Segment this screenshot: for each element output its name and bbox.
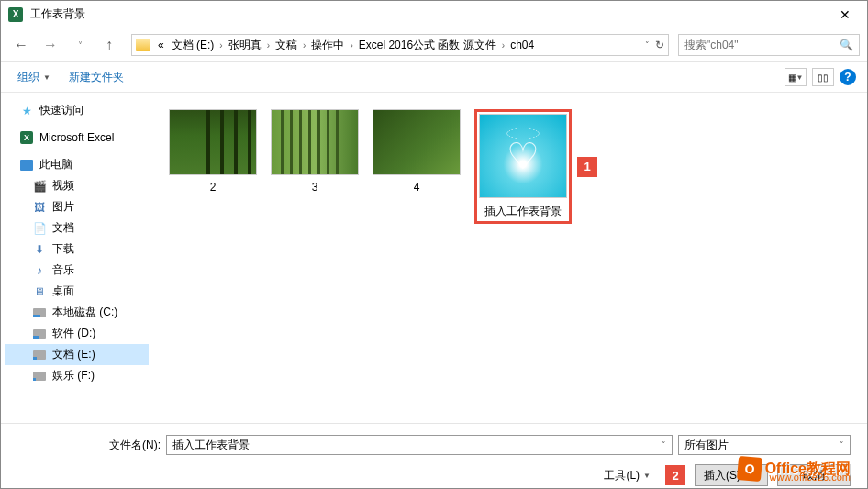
toolbar: 组织 ▼ 新建文件夹 ▦ ▼ ▯▯ ? [1,61,867,93]
annotation-badge-2: 2 [665,465,685,485]
chevron-right-icon: › [348,40,354,50]
thumbnail-image [271,109,359,175]
sidebar-videos[interactable]: 🎬 视频 [5,175,149,196]
navbar: ← → ˅ ↑ « 文档 (E:) › 张明真 › 文稿 › 操作中 › Exc… [1,28,867,61]
view-mode-button[interactable]: ▦ ▼ [785,68,807,86]
nav-forward-button[interactable]: → [38,34,63,56]
tools-menu[interactable]: 工具(L) ▼ [604,468,651,483]
breadcrumb-item[interactable]: 张明真 [225,38,265,53]
nav-back-button[interactable]: ← [8,34,34,56]
pc-icon [20,160,33,171]
file-name: 2 [210,181,217,194]
sidebar-label: 音乐 [52,262,74,278]
breadcrumb-item[interactable]: Excel 2016公式 函数 源文件 [355,38,500,53]
file-item[interactable]: 3 [271,109,359,194]
sidebar-music[interactable]: ♪ 音乐 [5,260,149,281]
sidebar-label: 文档 (E:) [52,347,95,362]
insert-button[interactable]: 插入(S) ▼ [695,464,768,486]
refresh-button[interactable]: ↻ [655,39,664,51]
music-icon: ♪ [32,264,47,277]
organize-menu[interactable]: 组织 ▼ [12,66,56,89]
file-name: 插入工作表背景 [484,204,562,219]
search-box[interactable]: 🔍 [678,34,860,56]
sidebar-downloads[interactable]: ⬇ 下载 [5,239,149,260]
filename-label: 文件名(N): [109,438,161,453]
sidebar-quick-access[interactable]: ★ 快速访问 [5,100,149,121]
search-icon[interactable]: 🔍 [840,39,853,51]
sidebar-label: 图片 [52,199,74,215]
sidebar-disk-d[interactable]: 软件 (D:) [5,323,149,344]
breadcrumb-item[interactable]: ch04 [506,39,538,51]
thumbnail-image [479,114,567,198]
annotation-badge-1: 1 [577,157,597,177]
close-button[interactable]: ✕ [830,6,860,24]
organize-label: 组织 [17,70,39,85]
breadcrumb-item[interactable]: 文档 (E:) [168,38,218,53]
sidebar-excel[interactable]: X Microsoft Excel [5,128,149,147]
file-type-filter[interactable]: 所有图片 ˅ [678,435,851,455]
file-grid: 2 3 4 插入工作表背景 1 [152,93,867,423]
preview-pane-button[interactable]: ▯▯ [812,68,834,86]
file-name: 3 [312,181,318,194]
breadcrumb-item[interactable]: 操作中 [307,38,348,53]
sidebar-pictures[interactable]: 🖼 图片 [5,196,149,217]
sidebar-disk-c[interactable]: 本地磁盘 (C:) [5,302,149,323]
chevron-down-icon: ▼ [643,472,651,480]
new-folder-button[interactable]: 新建文件夹 [63,66,129,89]
sidebar-this-pc[interactable]: 此电脑 [5,154,149,175]
body-area: ★ 快速访问 X Microsoft Excel 此电脑 🎬 视频 🖼 图片 📄… [1,93,867,423]
search-input[interactable] [684,39,840,51]
chevron-down-icon: ▼ [43,73,50,82]
sidebar-disk-e[interactable]: 文档 (E:) [5,344,149,365]
chevron-right-icon: › [500,40,506,50]
file-item[interactable]: 4 [373,109,461,194]
chevron-right-icon: › [217,40,224,50]
sidebar-label: 娱乐 (F:) [52,368,95,383]
sidebar-label: 本地磁盘 (C:) [52,305,117,320]
thumbnail-image [373,109,461,175]
sidebar-desktop[interactable]: 🖥 桌面 [5,281,149,302]
sidebar-label: 此电脑 [39,157,72,172]
cancel-label: 取消 [803,468,825,483]
video-icon: 🎬 [32,180,47,193]
chevron-down-icon[interactable]: ˅ [662,440,666,450]
nav-up-button[interactable]: ↑ [96,34,122,56]
filter-value: 所有图片 [684,438,729,453]
sidebar-label: 下载 [52,241,74,257]
breadcrumb-bar[interactable]: « 文档 (E:) › 张明真 › 文稿 › 操作中 › Excel 2016公… [131,34,669,56]
sidebar-label: 文档 [52,220,74,236]
sidebar-label: 桌面 [52,283,74,299]
disk-icon [33,372,46,381]
chevron-down-icon[interactable]: ▼ [744,471,759,480]
disk-icon [33,308,46,317]
desktop-icon: 🖥 [32,285,47,298]
folder-icon [136,39,150,51]
excel-app-icon: X [8,7,23,22]
file-name: 4 [414,181,420,194]
nav-recent-dropdown[interactable]: ˅ [67,34,93,56]
chevron-down-icon[interactable]: ˅ [840,440,844,450]
sidebar-label: 快速访问 [39,103,83,118]
breadcrumb-prefix: « [154,39,168,51]
filename-value: 插入工作表背景 [172,438,250,453]
cancel-button[interactable]: 取消 [777,464,851,486]
file-item-selected[interactable]: 插入工作表背景 [474,109,572,224]
sidebar-label: Microsoft Excel [39,131,114,144]
sidebar-label: 视频 [52,178,74,194]
help-button[interactable]: ? [840,69,856,85]
breadcrumb-dropdown[interactable]: ˅ [645,40,650,50]
sidebar-label: 软件 (D:) [52,326,95,341]
file-item[interactable]: 2 [169,109,257,194]
document-icon: 📄 [32,222,47,235]
bottom-panel: 文件名(N): 插入工作表背景 ˅ 所有图片 ˅ 工具(L) ▼ 2 插入(S)… [1,423,867,489]
titlebar: X 工作表背景 ✕ [1,1,867,28]
picture-icon: 🖼 [32,201,47,214]
filename-input[interactable]: 插入工作表背景 ˅ [166,435,673,455]
excel-icon: X [20,131,33,144]
sidebar-disk-f[interactable]: 娱乐 (F:) [5,365,149,386]
sidebar-documents[interactable]: 📄 文档 [5,217,149,239]
sidebar: ★ 快速访问 X Microsoft Excel 此电脑 🎬 视频 🖼 图片 📄… [1,93,152,423]
disk-icon [33,329,46,339]
breadcrumb-item[interactable]: 文稿 [272,38,301,53]
thumbnail-image [169,109,257,175]
